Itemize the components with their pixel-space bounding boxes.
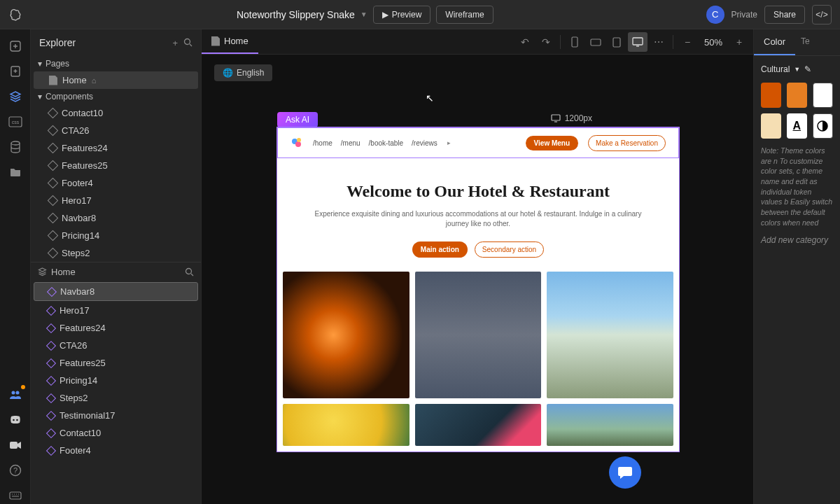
wireframe-button[interactable]: Wireframe	[436, 6, 493, 24]
outline-item[interactable]: Contact10	[31, 424, 201, 442]
layers-icon[interactable]	[7, 88, 24, 105]
help-icon[interactable]: ?	[7, 462, 24, 479]
chevron-down-icon[interactable]: ▼	[360, 10, 368, 18]
outline-item[interactable]: Features25	[31, 354, 201, 372]
share-button[interactable]: Share	[764, 6, 805, 24]
color-swatch[interactable]	[761, 113, 781, 139]
css-icon[interactable]: css	[7, 113, 24, 130]
preview-button[interactable]: ▶Preview	[373, 6, 431, 24]
outline-root[interactable]: Home	[51, 267, 76, 277]
project-title[interactable]: Noteworthy Slippery Snake	[237, 9, 355, 20]
main-action-button[interactable]: Main action	[412, 241, 468, 258]
svg-point-14	[186, 269, 192, 274]
zoom-in-icon[interactable]: +	[729, 32, 749, 52]
edit-icon[interactable]: ✎	[804, 64, 811, 74]
ask-ai-button[interactable]: Ask AI	[277, 112, 318, 127]
svg-point-22	[297, 138, 301, 142]
theme-name[interactable]: Cultural	[761, 64, 790, 74]
team-icon[interactable]	[7, 386, 24, 403]
svg-rect-15	[572, 37, 578, 47]
view-menu-button[interactable]: View Menu	[526, 136, 579, 150]
outline-item[interactable]: Steps2	[31, 389, 201, 407]
chevron-down-icon[interactable]: ▼	[794, 66, 800, 73]
zoom-level[interactable]: 50%	[699, 37, 728, 48]
svg-point-21	[295, 141, 301, 147]
outline-item[interactable]: CTA26	[31, 337, 201, 354]
visibility-label: Private	[732, 10, 757, 20]
component-item[interactable]: Footer4	[31, 174, 201, 192]
chat-fab[interactable]	[609, 456, 641, 489]
text-color-swatch[interactable]: A	[787, 113, 807, 139]
outline-item[interactable]: Footer4	[31, 442, 201, 459]
layers-icon	[38, 267, 47, 276]
nav-link[interactable]: /book-table	[369, 139, 403, 147]
search-icon[interactable]	[185, 267, 194, 276]
database-icon[interactable]	[7, 139, 24, 155]
desktop-icon[interactable]	[628, 32, 648, 52]
component-item[interactable]: Features24	[31, 139, 201, 157]
add-icon[interactable]: +	[172, 38, 178, 48]
search-icon[interactable]	[183, 38, 192, 48]
add-icon[interactable]	[7, 38, 24, 55]
preview-frame[interactable]: /home/menu/book-table/reviews ▸ View Men…	[277, 127, 679, 451]
add-page-icon[interactable]	[7, 63, 24, 80]
tablet-landscape-icon[interactable]	[586, 32, 606, 52]
outline-item[interactable]: Hero17	[31, 302, 201, 319]
outline-item[interactable]: Testimonial17	[31, 407, 201, 424]
component-item[interactable]: Contact10	[31, 104, 201, 122]
component-item[interactable]: Navbar8	[31, 209, 201, 227]
svg-rect-18	[633, 38, 643, 45]
nav-link[interactable]: /menu	[341, 139, 360, 147]
outline-item[interactable]: Navbar8	[34, 282, 198, 301]
component-icon	[46, 358, 56, 368]
more-icon[interactable]: ⋯	[649, 32, 668, 52]
chevron-right-icon: ▸	[447, 139, 451, 146]
component-icon	[48, 160, 59, 172]
theme-note: Note: Theme colors are n To customize co…	[761, 146, 833, 228]
user-avatar[interactable]: C	[706, 6, 724, 24]
redo-icon[interactable]: ↷	[536, 32, 556, 52]
outline-item[interactable]: Pricing14	[31, 372, 201, 389]
pages-section[interactable]: ▾Pages	[31, 56, 201, 71]
component-item[interactable]: Steps2	[31, 244, 201, 262]
language-selector[interactable]: 🌐English	[214, 64, 272, 81]
undo-icon[interactable]: ↶	[515, 32, 535, 52]
nav-link[interactable]: /home	[313, 139, 332, 147]
svg-point-13	[185, 38, 190, 44]
folder-icon[interactable]	[7, 164, 24, 181]
zoom-out-icon[interactable]: −	[678, 32, 697, 52]
gallery-image	[415, 272, 542, 398]
component-item[interactable]: Hero17	[31, 192, 201, 209]
gallery-image	[415, 404, 542, 446]
video-icon[interactable]	[7, 437, 24, 454]
tab-color[interactable]: Color	[754, 29, 795, 55]
add-category-button[interactable]: Add new category	[761, 235, 833, 245]
site-logo-icon	[290, 136, 303, 149]
color-swatch[interactable]	[813, 83, 833, 108]
reserve-button[interactable]: Make a Reservation	[588, 135, 666, 151]
nav-link[interactable]: /reviews	[412, 139, 438, 147]
discord-icon[interactable]	[7, 412, 24, 428]
mobile-icon[interactable]	[565, 32, 584, 52]
component-item[interactable]: Pricing14	[31, 227, 201, 244]
tablet-icon[interactable]	[607, 32, 626, 52]
secondary-action-button[interactable]: Secondary action	[475, 241, 544, 258]
color-swatch[interactable]	[813, 113, 833, 139]
code-icon[interactable]: </>	[812, 5, 832, 24]
home-icon: ⌂	[92, 76, 97, 85]
component-item[interactable]: Features25	[31, 157, 201, 174]
page-home[interactable]: Home⌂	[34, 71, 198, 89]
color-swatch[interactable]	[761, 83, 781, 108]
chevron-down-icon: ▾	[38, 59, 42, 69]
gallery-image	[547, 272, 673, 398]
tab-home[interactable]: Home	[202, 29, 258, 54]
component-item[interactable]: CTA26	[31, 122, 201, 139]
keyboard-icon[interactable]	[7, 487, 24, 504]
preview-navbar[interactable]: /home/menu/book-table/reviews ▸ View Men…	[277, 127, 679, 158]
components-section[interactable]: ▾Components	[31, 89, 201, 104]
app-logo-icon[interactable]	[8, 7, 24, 22]
gallery-image	[283, 404, 410, 446]
color-swatch[interactable]	[787, 83, 807, 108]
tab-text[interactable]: Te	[795, 29, 816, 55]
outline-item[interactable]: Features24	[31, 319, 201, 337]
